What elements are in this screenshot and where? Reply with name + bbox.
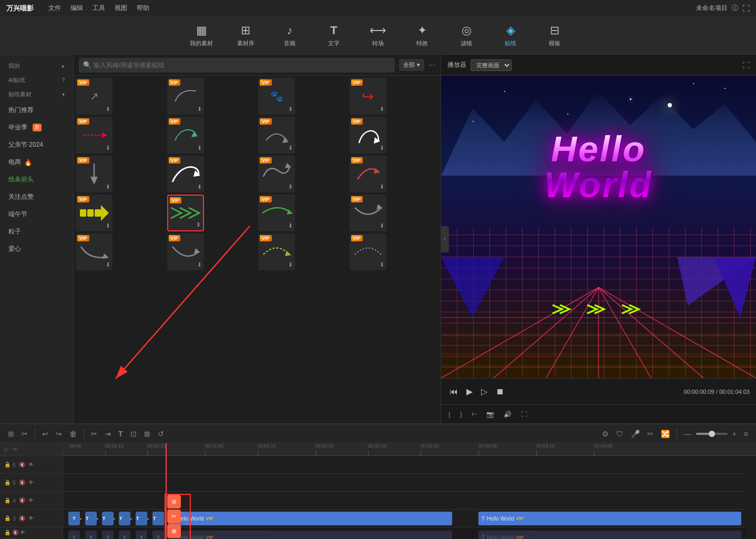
tl-refresh-button[interactable]: ↺ bbox=[155, 428, 167, 440]
sticker-item[interactable]: VIP ⬇ bbox=[350, 156, 386, 192]
sticker-item[interactable]: VIP ⬇ bbox=[350, 233, 386, 270]
fullscreen-button[interactable]: ⛶ bbox=[518, 409, 530, 420]
sticker-item[interactable]: VIP ⬇ bbox=[167, 156, 204, 192]
fullscreen-icon[interactable]: ⛶ bbox=[742, 4, 750, 13]
tl-mic-button[interactable]: 🎤 bbox=[628, 428, 642, 440]
sidebar-graduation[interactable]: 毕业季 新 bbox=[0, 119, 73, 136]
text-clip-gray-5[interactable]: T bbox=[136, 531, 147, 539]
text-clip-gray-1[interactable]: T bbox=[68, 531, 80, 539]
ai-sticker-help[interactable]: ? bbox=[62, 77, 65, 83]
toolbar-audio[interactable]: ♪ 音频 bbox=[276, 24, 303, 47]
eye-icon-6[interactable]: 👁 bbox=[28, 462, 34, 467]
tl-arrange-button[interactable]: 🔀 bbox=[658, 428, 672, 440]
tl-magnet-button[interactable]: ✂ bbox=[19, 428, 30, 440]
snapshot-button[interactable]: 📷 bbox=[483, 409, 497, 420]
tl-crop-button[interactable]: ⊡ bbox=[128, 428, 139, 440]
text-clip-t2[interactable]: T bbox=[85, 512, 97, 525]
tl-delete-button[interactable]: 🗑 bbox=[67, 428, 79, 440]
text-clip-gray-2[interactable]: T bbox=[85, 531, 97, 539]
hello-world-clip-main[interactable]: T Hello World VIP bbox=[168, 512, 452, 525]
menu-tools[interactable]: 工具 bbox=[93, 4, 105, 13]
tl-grid-button[interactable]: ⊞ bbox=[5, 428, 17, 440]
sticker-item[interactable]: VIP ⬇ bbox=[258, 117, 295, 154]
sticker-material-arrow[interactable]: ▾ bbox=[62, 91, 65, 97]
sidebar-father[interactable]: 父亲节·2024 bbox=[0, 136, 73, 154]
sidebar-heart[interactable]: 爱心 bbox=[0, 240, 73, 258]
sidebar-ecommerce[interactable]: 电商 🔥 bbox=[0, 154, 73, 171]
sidebar-lines[interactable]: 线条箭头 bbox=[0, 171, 73, 188]
sticker-item[interactable]: VIP ⬇ bbox=[167, 117, 204, 154]
next-mark-button[interactable]: } bbox=[457, 409, 465, 420]
tl-zoom-out-button[interactable]: — bbox=[681, 428, 694, 440]
text-clip-gray-4[interactable]: T bbox=[119, 531, 130, 539]
play-button[interactable]: ▶ bbox=[464, 384, 475, 399]
filter-button[interactable]: 全部 ▾ bbox=[399, 59, 424, 71]
more-button[interactable]: ··· bbox=[428, 60, 435, 70]
preview-mode-select[interactable]: 完整画面 bbox=[471, 59, 512, 71]
mute-icon-4[interactable]: 🔇 bbox=[19, 497, 25, 503]
toolbar-filter[interactable]: ◎ 滤镜 bbox=[453, 24, 480, 47]
preview-expand-icon[interactable]: ⛶ bbox=[742, 61, 750, 69]
lock-icon-6[interactable]: 🔒 bbox=[4, 462, 11, 467]
toolbar-sticker[interactable]: ◈ 贴纸 bbox=[497, 24, 524, 47]
sidebar-collapse-button[interactable]: ‹ bbox=[441, 226, 449, 252]
sticker-item[interactable]: VIP ⬇ bbox=[350, 195, 386, 231]
mute-icon-5[interactable]: 🔇 bbox=[19, 480, 25, 485]
eye-icon-v2[interactable]: 👁 bbox=[20, 530, 25, 535]
toolbar-text[interactable]: T 文字 bbox=[320, 24, 348, 47]
text-clip-t1[interactable]: T bbox=[68, 512, 80, 525]
toolbar-effects[interactable]: ✦ 特效 bbox=[408, 24, 436, 47]
mute-icon-6[interactable]: 🔇 bbox=[19, 462, 25, 467]
sticker-item[interactable]: VIP ⬇ bbox=[258, 195, 295, 231]
tl-group-button[interactable]: ⊠ bbox=[141, 428, 153, 440]
sticker-item[interactable]: VIP ↪ ⬇ bbox=[350, 78, 386, 115]
menu-view[interactable]: 视图 bbox=[115, 4, 127, 13]
play-alt-button[interactable]: ▷ bbox=[479, 384, 489, 399]
zoom-handle[interactable] bbox=[709, 431, 715, 437]
sticker-item[interactable]: VIP ⬇ bbox=[76, 117, 113, 154]
sidebar-dragon[interactable]: 端午节 bbox=[0, 206, 73, 223]
lock-icon-v2[interactable]: 🔒 bbox=[4, 530, 11, 535]
search-input[interactable] bbox=[79, 58, 395, 73]
sidebar-particle[interactable]: 粒子 bbox=[0, 223, 73, 240]
float-menu-item-3[interactable]: ⊕ bbox=[167, 524, 181, 538]
playhead[interactable] bbox=[166, 443, 167, 539]
text-clip-t6[interactable]: T bbox=[152, 512, 164, 525]
menu-file[interactable]: 文件 bbox=[48, 4, 61, 13]
float-menu-item-1[interactable]: ⊕ bbox=[167, 495, 181, 509]
float-menu-item-2[interactable]: ✂ bbox=[167, 510, 181, 523]
zoom-slider[interactable] bbox=[696, 433, 728, 435]
menu-help[interactable]: 帮助 bbox=[137, 4, 149, 13]
sticker-item[interactable]: VIP ⬇ bbox=[167, 78, 204, 115]
sidebar-hot[interactable]: 热门推荐 bbox=[0, 101, 73, 119]
menu-edit[interactable]: 编辑 bbox=[70, 4, 83, 13]
toolbar-template[interactable]: ⊟ 模板 bbox=[541, 24, 568, 47]
hello-world-gray-second[interactable]: T Hello World VIP bbox=[478, 531, 741, 539]
lock-icon-5[interactable]: 🔒 bbox=[4, 480, 11, 485]
sticker-item[interactable]: VIP ⬇ bbox=[76, 233, 113, 270]
tl-split-button[interactable]: ⇥ bbox=[102, 428, 114, 440]
toolbar-media-lib[interactable]: ⊞ 素材库 bbox=[232, 24, 259, 47]
lock-icon-4[interactable]: 🔒 bbox=[4, 497, 11, 503]
tl-redo-button[interactable]: ↪ bbox=[53, 428, 65, 440]
stop-button[interactable]: ⏹ bbox=[494, 385, 506, 399]
prev-frame-button[interactable]: ⏮ bbox=[447, 385, 460, 399]
text-clip-t3[interactable]: T bbox=[102, 512, 114, 525]
tl-cut-button[interactable]: ✂ bbox=[88, 428, 100, 440]
eye-icon-3[interactable]: 👁 bbox=[28, 515, 34, 521]
eye-icon-5[interactable]: 👁 bbox=[28, 480, 34, 485]
hello-world-gray-main[interactable]: T Hello World VIP bbox=[168, 531, 452, 539]
my-section-arrow[interactable]: ▸ bbox=[62, 63, 65, 69]
mute-icon-v2[interactable]: 🔇 bbox=[12, 530, 18, 535]
toolbar-transition[interactable]: ⟷ 转场 bbox=[364, 24, 392, 47]
sticker-item[interactable]: VIP ⬇ bbox=[76, 195, 113, 231]
tl-more-button[interactable]: ≡ bbox=[741, 428, 751, 440]
tl-text-button[interactable]: T bbox=[116, 428, 126, 440]
sticker-item-selected[interactable]: VIP ⬇ bbox=[167, 195, 204, 231]
timeline-tracks[interactable]: :00:00 00:00:10 00:00:20 00:01:05 00:01:… bbox=[63, 443, 756, 539]
sticker-item[interactable]: VIP ⬇ bbox=[350, 117, 386, 154]
hello-world-clip-second[interactable]: T Hello World VIP bbox=[478, 512, 741, 525]
sticker-item[interactable]: VIP ⬇ bbox=[258, 233, 295, 270]
eye-icon-4[interactable]: 👁 bbox=[28, 497, 34, 503]
mute-icon-3[interactable]: 🔇 bbox=[19, 515, 25, 521]
